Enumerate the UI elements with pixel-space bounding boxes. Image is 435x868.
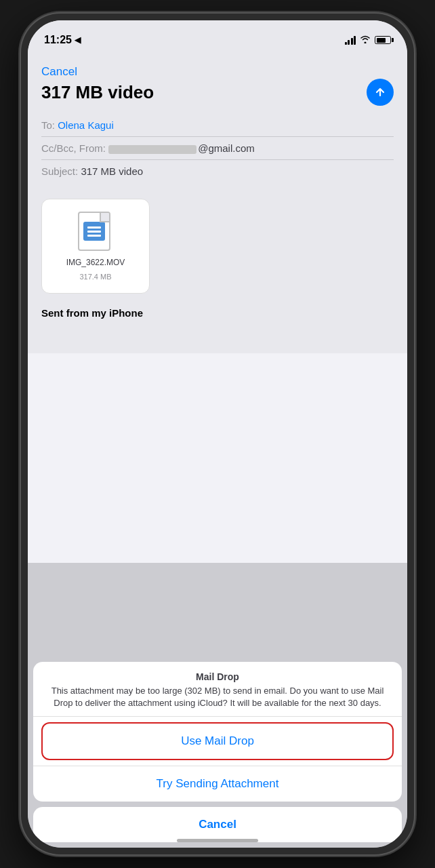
email-blurred [108,145,196,154]
to-label: To: [41,119,55,131]
mail-subject-title: 317 MB video [41,82,154,103]
signal-bar-1 [345,42,347,45]
use-mail-drop-wrapper: Use Mail Drop [33,717,402,766]
signal-bar-2 [348,40,350,45]
mail-body[interactable]: IMG_3622.MOV 317.4 MB Sent from my iPhon… [28,191,407,353]
home-indicator [177,839,258,842]
subject-field[interactable]: Subject: 317 MB video [41,160,394,182]
send-button[interactable] [367,79,394,106]
ccbcc-label: Cc/Bcc, From: [41,142,106,154]
subject-value: 317 MB video [81,165,143,177]
email-suffix: @gmail.com [198,142,255,154]
attachment-filename: IMG_3622.MOV [66,258,125,267]
action-sheet-cancel: Cancel [33,807,402,842]
status-time: 11:25 ◀ [44,34,81,46]
mail-subject-row: 317 MB video [41,79,394,106]
signal-bar-4 [354,36,356,45]
screen: 11:25 ◀ [28,20,407,848]
mail-compose-area: Cancel 317 MB video To: Olena Kagui Cc/B… [28,54,407,191]
attachment-box[interactable]: IMG_3622.MOV 317.4 MB [41,199,150,294]
cancel-action-button[interactable]: Cancel [33,807,402,842]
action-sheet-message: This attachment may be too large (302 MB… [44,685,391,709]
to-field[interactable]: To: Olena Kagui [41,114,394,137]
signal-bars-icon [345,35,356,45]
action-sheet-overlay: Mail Drop This attachment may be too lar… [28,563,407,848]
cancel-button[interactable]: Cancel [41,65,394,79]
action-sheet-main: Mail Drop This attachment may be too lar… [33,662,402,802]
email-signature: Sent from my iPhone [41,304,394,321]
location-icon: ◀ [75,35,81,45]
phone-frame: 11:25 ◀ [21,14,414,854]
battery-icon [375,36,391,44]
use-mail-drop-button[interactable]: Use Mail Drop [43,724,392,759]
status-icons [345,35,392,45]
attachment-file-icon [78,212,113,252]
to-value: Olena Kagui [58,119,114,131]
attachment-filesize: 317.4 MB [79,273,111,281]
use-mail-drop-highlight: Use Mail Drop [41,722,394,760]
action-sheet-header: Mail Drop This attachment may be too lar… [33,662,402,717]
time-label: 11:25 [44,34,72,46]
wifi-icon [360,35,371,45]
film-lines-icon [87,226,101,237]
action-sheet-title: Mail Drop [44,671,391,682]
try-sending-button[interactable]: Try Sending Attachment [33,766,402,802]
status-bar: 11:25 ◀ [28,20,407,54]
subject-label: Subject: [41,165,78,177]
ccbcc-field[interactable]: Cc/Bcc, From: @gmail.com [41,137,394,160]
signal-bar-3 [351,38,353,45]
